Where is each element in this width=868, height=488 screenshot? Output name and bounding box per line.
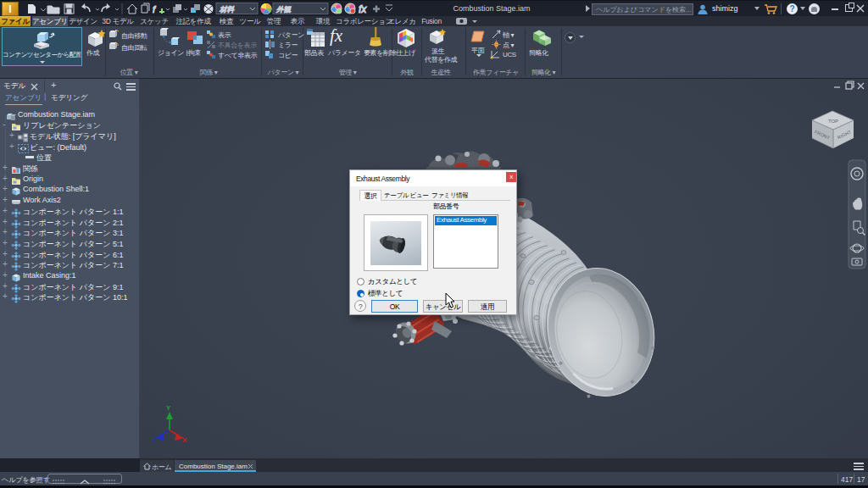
svg-text:外観: 外観: [276, 5, 292, 14]
svg-text:Z: Z: [152, 436, 156, 444]
svg-text:X: X: [182, 436, 187, 444]
svg-text:材料: 材料: [220, 5, 235, 14]
svg-text:f: f: [153, 4, 156, 14]
svg-text:fx: fx: [359, 3, 367, 15]
svg-text:Y: Y: [166, 404, 171, 412]
svg-text:TOP: TOP: [828, 119, 838, 124]
